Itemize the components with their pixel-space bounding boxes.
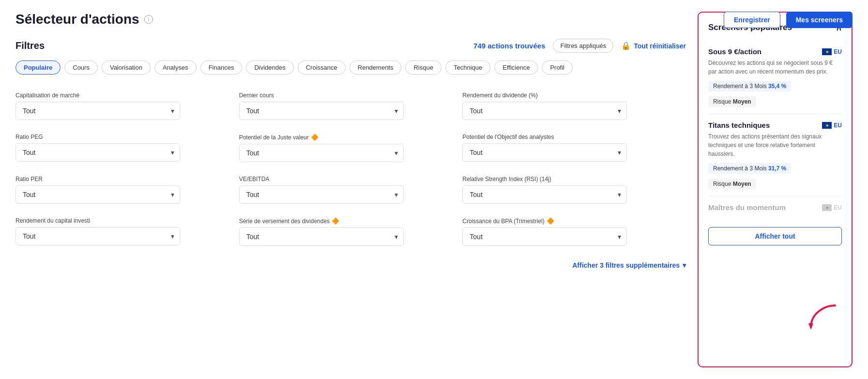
filter-group-rendement-dividende: Rendement du dividende (%) Tout <box>462 86 686 128</box>
filter-group-dernier-cours: Dernier cours Tout <box>239 86 463 128</box>
screener-card-sous-9: Sous 9 €/action ★ EU Découvrez les actio… <box>708 41 842 114</box>
reset-all-button[interactable]: 🔒 Tout réinitialiser <box>621 41 686 50</box>
filter-label-serie-dividendes: Série de versement des dividendes 🔶 <box>239 217 463 225</box>
svg-text:★: ★ <box>825 50 829 54</box>
screeners-sidebar: Screeners populaires ∧ Sous 9 €/action ★… <box>698 12 853 367</box>
eu-flag-maitres: ★ <box>822 204 832 211</box>
filter-label-rendement-dividende: Rendement du dividende (%) <box>462 92 686 99</box>
filter-select-rsi[interactable]: Tout <box>462 185 627 204</box>
filter-grid: Capitalisation de marché Tout Dernier co… <box>15 86 686 254</box>
filter-label-rsi: Relative Strength Index (RSI) (14j) <box>462 176 686 182</box>
filter-label-ratio-per: Ratio PER <box>15 176 239 182</box>
filter-group-croissance-bpa: Croissance du BPA (Trimestriel) 🔶 Tout <box>462 212 686 254</box>
eu-badge-sous-9: ★ EU <box>822 48 842 55</box>
filter-group-rsi: Relative Strength Index (RSI) (14j) Tout <box>462 170 686 212</box>
filter-select-objectif-analystes[interactable]: Tout <box>462 143 627 162</box>
stat-rendement-3mois-titans: Rendement à 3 Mois 31,7 % <box>708 163 791 174</box>
screener-stats-titans: Rendement à 3 Mois 31,7 % Risque Moyen <box>708 163 842 189</box>
screener-desc-sous-9: Découvrez les actions qui se négocient s… <box>708 59 842 76</box>
svg-text:★: ★ <box>825 123 829 128</box>
screener-desc-titans: Trouvez des actions présentant des signa… <box>708 132 842 158</box>
stat-risque-sous-9: Risque Moyen <box>708 96 756 107</box>
reset-icon: 🔒 <box>621 41 631 50</box>
premium-icon-juste-valeur: 🔶 <box>311 134 319 141</box>
stat-risque-titans: Risque Moyen <box>708 179 756 189</box>
tab-cours[interactable]: Cours <box>64 61 98 75</box>
eu-badge-maitres: ★ EU <box>822 204 842 211</box>
filter-group-ve-ebitda: VE/EBITDA Tout <box>239 170 463 212</box>
filter-label-dernier-cours: Dernier cours <box>239 92 463 99</box>
show-more-filters-button[interactable]: Afficher 3 filtres supplémentaires ▾ <box>15 261 686 269</box>
svg-marker-6 <box>808 323 813 330</box>
filter-select-ve-ebitda[interactable]: Tout <box>239 185 404 204</box>
filter-group-objectif-analystes: Potentiel de l'Objectif des analystes To… <box>462 128 686 170</box>
filter-label-rci: Rendement du capital investi <box>15 217 239 224</box>
save-button[interactable]: Enregistrer <box>724 12 780 28</box>
filter-select-juste-valeur[interactable]: Tout <box>239 144 404 162</box>
filter-group-juste-valeur: Potentiel de la Juste valeur 🔶 Tout <box>239 128 463 170</box>
screener-name-maitres: Maîtres du momentum <box>708 203 786 212</box>
tab-croissance[interactable]: Croissance <box>298 61 346 75</box>
filters-title: Filtres <box>15 40 45 51</box>
filter-group-serie-dividendes: Série de versement des dividendes 🔶 Tout <box>239 212 463 254</box>
filter-label-ve-ebitda: VE/EBITDA <box>239 176 463 182</box>
screeners-list: Sous 9 €/action ★ EU Découvrez les actio… <box>708 41 842 221</box>
filter-select-dernier-cours[interactable]: Tout <box>239 102 404 120</box>
eu-badge-titans: ★ EU <box>822 122 842 129</box>
filter-select-serie-dividendes[interactable]: Tout <box>239 227 404 246</box>
arrow-annotation <box>806 303 840 334</box>
filter-select-ratio-per[interactable]: Tout <box>15 185 180 204</box>
eu-flag-sous-9: ★ <box>822 48 832 55</box>
svg-text:★: ★ <box>825 206 829 210</box>
chevron-down-icon: ▾ <box>683 261 686 269</box>
tab-valorisation[interactable]: Valorisation <box>102 61 151 75</box>
filter-label-croissance-bpa: Croissance du BPA (Trimestriel) 🔶 <box>462 217 686 225</box>
page-title: Sélecteur d'actions <box>15 12 139 27</box>
filter-tabs: Populaire Cours Valorisation Analyses Fi… <box>15 61 686 75</box>
filter-label-objectif-analystes: Potentiel de l'Objectif des analystes <box>462 134 686 140</box>
screener-name-titans: Titans techniques <box>708 121 770 129</box>
info-icon[interactable]: i <box>144 15 153 24</box>
tab-populaire[interactable]: Populaire <box>15 61 61 75</box>
tab-finances[interactable]: Finances <box>200 61 243 75</box>
filter-label-ratio-peg: Ratio PEG <box>15 134 239 140</box>
premium-icon-serie-dividendes: 🔶 <box>332 217 339 225</box>
filter-select-ratio-peg[interactable]: Tout <box>15 143 180 162</box>
screener-card-titans: Titans techniques ★ EU Trouvez des actio… <box>708 114 842 197</box>
tab-risque[interactable]: Risque <box>405 61 441 75</box>
tab-analyses[interactable]: Analyses <box>154 61 197 75</box>
filter-select-capitalisation[interactable]: Tout <box>15 102 180 120</box>
my-screeners-button[interactable]: Mes screeners <box>786 12 853 28</box>
results-count: 749 actions trouvées <box>473 42 545 50</box>
filters-applied-button[interactable]: Filtres appliqués <box>553 39 613 53</box>
filter-select-croissance-bpa[interactable]: Tout <box>462 227 627 246</box>
filter-label-juste-valeur: Potentiel de la Juste valeur 🔶 <box>239 134 463 141</box>
screener-name-sous-9: Sous 9 €/action <box>708 47 761 56</box>
tab-dividendes[interactable]: Dividendes <box>246 61 293 75</box>
filter-group-ratio-per: Ratio PER Tout <box>15 170 239 212</box>
screener-stats-sous-9: Rendement à 3 Mois 35,4 % Risque Moyen <box>708 81 842 107</box>
tab-rendements[interactable]: Rendements <box>350 61 402 75</box>
filter-group-capitalisation: Capitalisation de marché Tout <box>15 86 239 128</box>
filter-select-rci[interactable]: Tout <box>15 227 180 245</box>
tab-efficience[interactable]: Efficience <box>494 61 538 75</box>
show-all-button[interactable]: Afficher tout <box>708 227 842 245</box>
filter-group-rci: Rendement du capital investi Tout <box>15 212 239 254</box>
stat-rendement-3mois-sous-9: Rendement à 3 Mois 35,4 % <box>708 81 791 91</box>
screener-card-maitres: Maîtres du momentum ★ EU <box>708 197 842 221</box>
tab-profil[interactable]: Profil <box>542 61 573 75</box>
filter-select-rendement-dividende[interactable]: Tout <box>462 102 627 120</box>
eu-flag-titans: ★ <box>822 122 832 129</box>
filter-group-ratio-peg: Ratio PEG Tout <box>15 128 239 170</box>
tab-technique[interactable]: Technique <box>445 61 490 75</box>
filter-label-capitalisation: Capitalisation de marché <box>15 92 239 99</box>
premium-icon-croissance-bpa: 🔶 <box>547 217 554 225</box>
